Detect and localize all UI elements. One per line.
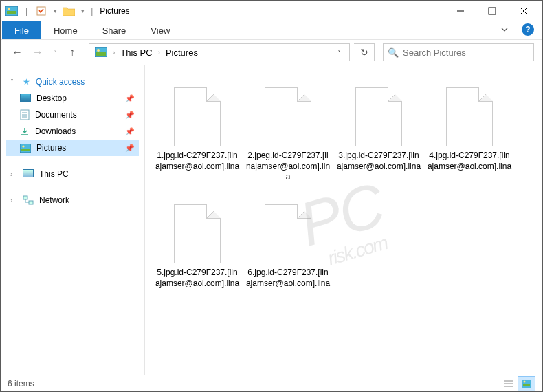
svg-point-18 bbox=[22, 145, 24, 147]
svg-rect-25 bbox=[523, 384, 530, 386]
chevron-down-icon[interactable]: ˅ bbox=[10, 78, 17, 86]
file-item[interactable]: 2.jpeg.id-C279F237.[linajamser@aol.com].… bbox=[243, 79, 333, 196]
title-separator: | bbox=[91, 6, 93, 16]
window-controls bbox=[445, 1, 540, 21]
address-bar[interactable]: › This PC › Pictures ˅ bbox=[89, 43, 350, 61]
file-icon bbox=[174, 87, 221, 146]
search-input[interactable] bbox=[403, 47, 529, 58]
breadcrumb-this-pc[interactable]: This PC bbox=[118, 44, 155, 61]
svg-rect-5 bbox=[489, 8, 496, 14]
pin-icon: 📌 bbox=[125, 144, 135, 153]
details-view-button[interactable] bbox=[500, 376, 518, 391]
file-icon bbox=[265, 204, 311, 263]
help-icon: ? bbox=[522, 23, 534, 36]
file-name: 6.jpg.id-C279F237.[linajamser@aol.com].l… bbox=[245, 268, 331, 289]
network-icon bbox=[23, 195, 34, 205]
tab-view[interactable]: View bbox=[138, 21, 182, 39]
file-item[interactable]: 4.jpg.id-C279F237.[linajamser@aol.com].l… bbox=[424, 79, 515, 196]
recent-locations-dropdown[interactable]: ˅ bbox=[50, 44, 60, 61]
svg-rect-9 bbox=[96, 52, 106, 56]
svg-rect-19 bbox=[23, 196, 27, 199]
svg-point-26 bbox=[524, 380, 526, 382]
address-dropdown[interactable]: ˅ bbox=[332, 49, 346, 56]
sidebar-item-downloads[interactable]: Downloads 📌 bbox=[6, 123, 139, 140]
tab-file[interactable]: File bbox=[2, 21, 41, 39]
sidebar-this-pc[interactable]: › This PC bbox=[6, 166, 139, 182]
chevron-right-icon[interactable]: › bbox=[155, 49, 163, 56]
back-button[interactable]: ← bbox=[9, 44, 25, 61]
star-icon: ★ bbox=[23, 77, 30, 87]
sidebar-item-label: Pictures bbox=[36, 143, 120, 153]
file-icon bbox=[265, 87, 311, 146]
help-button[interactable]: ? bbox=[518, 21, 538, 38]
file-name: 5.jpg.id-C279F237.[linajamser@aol.com].l… bbox=[155, 268, 240, 289]
tab-share[interactable]: Share bbox=[90, 21, 139, 39]
ribbon-expand-button[interactable] bbox=[494, 21, 515, 38]
thumbnails-view-button[interactable] bbox=[518, 376, 535, 391]
up-button[interactable]: ↑ bbox=[64, 44, 80, 61]
pin-icon: 📌 bbox=[125, 94, 135, 103]
file-name: 3.jpg.id-C279F237.[linajamser@aol.com].l… bbox=[336, 151, 421, 172]
file-icon bbox=[355, 87, 402, 146]
quick-access-toolbar: | ▾ ▾ bbox=[3, 3, 87, 19]
file-item[interactable]: 5.jpg.id-C279F237.[linajamser@aol.com].l… bbox=[152, 196, 243, 313]
svg-rect-20 bbox=[29, 201, 33, 204]
sidebar-network[interactable]: › Network bbox=[6, 192, 139, 208]
ribbon-tabs: File Home Share View ? bbox=[1, 21, 542, 39]
pin-icon: 📌 bbox=[125, 111, 135, 120]
sidebar-item-label: Desktop bbox=[36, 94, 120, 103]
pin-icon: 📌 bbox=[125, 127, 135, 136]
view-toggles bbox=[500, 376, 535, 391]
refresh-button[interactable]: ↻ bbox=[354, 43, 375, 61]
qat-separator: | bbox=[25, 6, 27, 16]
svg-rect-17 bbox=[21, 149, 30, 151]
downloads-icon bbox=[20, 127, 30, 136]
svg-point-2 bbox=[8, 8, 10, 10]
content-area: ˅ ★ Quick access Desktop 📌 Documents 📌 bbox=[1, 65, 542, 375]
sidebar-item-desktop[interactable]: Desktop 📌 bbox=[6, 90, 139, 107]
file-name: 4.jpg.id-C279F237.[linajamser@aol.com].l… bbox=[427, 151, 512, 172]
maximize-button[interactable] bbox=[476, 1, 508, 21]
file-icon bbox=[446, 87, 493, 146]
forward-button[interactable]: → bbox=[30, 44, 46, 61]
svg-rect-16 bbox=[20, 144, 31, 153]
sidebar-item-label: Downloads bbox=[35, 127, 120, 136]
breadcrumb-pictures[interactable]: Pictures bbox=[163, 44, 201, 61]
chevron-right-icon[interactable]: › bbox=[10, 197, 17, 204]
sidebar-quick-access[interactable]: ˅ ★ Quick access bbox=[6, 74, 139, 90]
file-view[interactable]: PC risk.com 1.jpg.id-C279F237.[linajamse… bbox=[145, 65, 542, 375]
sidebar-item-pictures[interactable]: Pictures 📌 bbox=[6, 140, 139, 156]
close-button[interactable] bbox=[508, 1, 540, 21]
sidebar-item-label: This PC bbox=[39, 169, 135, 179]
title-bar: | ▾ ▾ | Pictures bbox=[1, 1, 542, 21]
search-box[interactable]: 🔍 bbox=[383, 43, 534, 61]
sidebar-item-label: Quick access bbox=[36, 77, 135, 87]
file-name: 2.jpeg.id-C279F237.[linajamser@aol.com].… bbox=[245, 151, 331, 183]
sidebar-item-documents[interactable]: Documents 📌 bbox=[6, 107, 139, 123]
navigation-pane: ˅ ★ Quick access Desktop 📌 Documents 📌 bbox=[1, 65, 145, 375]
file-icon bbox=[174, 204, 221, 263]
address-icon[interactable] bbox=[92, 44, 110, 61]
svg-rect-1 bbox=[7, 11, 16, 14]
qat-dropdown-2[interactable]: ▾ bbox=[78, 3, 87, 19]
window-title: Pictures bbox=[100, 6, 129, 16]
minimize-button[interactable] bbox=[445, 1, 476, 21]
file-item[interactable]: 1.jpg.id-C279F237.[linajamser@aol.com].l… bbox=[152, 79, 243, 196]
svg-point-10 bbox=[97, 49, 100, 52]
this-pc-icon bbox=[23, 169, 34, 179]
sidebar-item-label: Documents bbox=[35, 110, 120, 120]
sidebar-item-label: Network bbox=[39, 195, 135, 205]
file-item[interactable]: 3.jpg.id-C279F237.[linajamser@aol.com].l… bbox=[333, 79, 424, 196]
chevron-right-icon[interactable]: › bbox=[10, 171, 17, 178]
navigation-bar: ← → ˅ ↑ › This PC › Pictures ˅ ↻ 🔍 bbox=[1, 39, 542, 65]
chevron-right-icon[interactable]: › bbox=[110, 49, 118, 56]
properties-button[interactable] bbox=[33, 3, 49, 19]
file-item[interactable]: 6.jpg.id-C279F237.[linajamser@aol.com].l… bbox=[243, 196, 333, 313]
status-bar: 6 items bbox=[1, 375, 542, 391]
tab-home[interactable]: Home bbox=[41, 21, 90, 39]
app-icon bbox=[3, 3, 20, 19]
search-icon: 🔍 bbox=[388, 47, 399, 58]
qat-dropdown[interactable]: ▾ bbox=[51, 3, 59, 19]
pictures-icon bbox=[20, 144, 31, 153]
file-name: 1.jpg.id-C279F237.[linajamser@aol.com].l… bbox=[155, 151, 240, 172]
